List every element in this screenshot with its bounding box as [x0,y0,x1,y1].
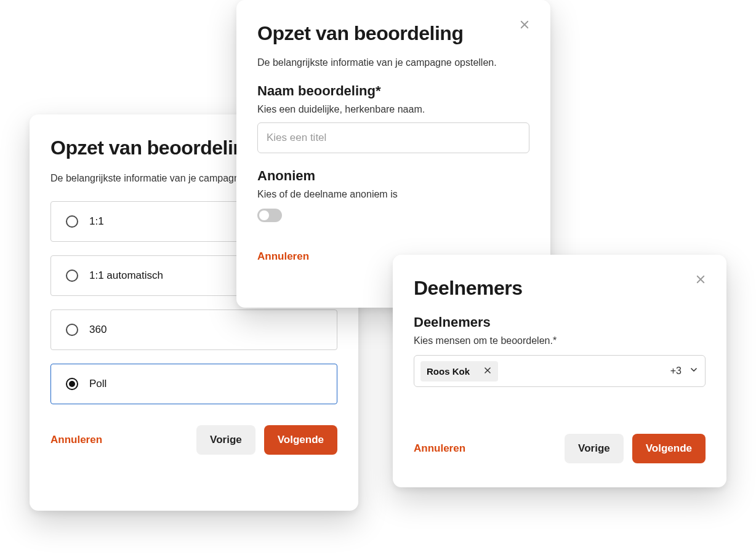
participants-card: Deelnemers Deelnemers Kies mensen om te … [393,255,726,487]
radio-icon [66,270,78,282]
card-footer: Annuleren Vorige Volgende [50,425,337,455]
radio-label: 1:1 [89,215,104,228]
radio-label: Poll [89,378,107,390]
close-icon [483,366,492,377]
participants-select[interactable]: Roos Kok +3 [414,355,706,387]
participants-section-hint: Kies mensen om te beoordelen.* [414,335,706,346]
chevron-down-icon [689,365,699,377]
overflow-count: +3 [670,365,682,377]
anonymous-section-hint: Kies of de deelname anoniem is [257,189,529,200]
participants-select-tail: +3 [670,365,699,377]
card-subtitle: De belangrijkste informatie van je campa… [257,57,529,68]
radio-label: 1:1 automatisch [89,270,163,282]
close-icon [519,19,530,33]
remove-chip-button[interactable] [483,366,492,377]
previous-button[interactable]: Vorige [196,425,255,455]
review-type-option-poll[interactable]: Poll [50,364,337,404]
participant-chip-label: Roos Kok [427,366,470,377]
radio-icon [66,324,78,336]
nav-button-group: Vorige Volgende [565,434,706,463]
card-title: Opzet van beoordeling [257,22,529,45]
dropdown-toggle[interactable] [689,365,699,377]
toggle-knob [259,210,269,220]
nav-button-group: Vorige Volgende [196,425,337,455]
review-name-input[interactable] [257,122,529,153]
anonymous-section-heading: Anoniem [257,168,529,184]
radio-icon [66,378,78,390]
card-title: Deelnemers [414,277,706,300]
review-type-option-360[interactable]: 360 [50,309,337,350]
name-section-hint: Kies een duidelijke, herkenbare naam. [257,104,529,115]
cancel-button[interactable]: Annuleren [50,434,102,446]
cancel-button[interactable]: Annuleren [257,250,309,263]
card-footer: Annuleren Vorige Volgende [414,434,706,463]
anonymous-toggle[interactable] [257,209,282,222]
previous-button[interactable]: Vorige [565,434,624,463]
next-button[interactable]: Volgende [264,425,337,455]
next-button[interactable]: Volgende [632,434,706,463]
name-section-heading: Naam beoordeling* [257,83,529,99]
participants-section-heading: Deelnemers [414,314,706,330]
participant-chip: Roos Kok [420,361,498,381]
close-icon [695,274,706,287]
cancel-button[interactable]: Annuleren [414,442,465,455]
close-button[interactable] [692,272,709,289]
radio-icon [66,215,78,228]
close-button[interactable] [516,17,533,34]
radio-label: 360 [89,324,107,336]
